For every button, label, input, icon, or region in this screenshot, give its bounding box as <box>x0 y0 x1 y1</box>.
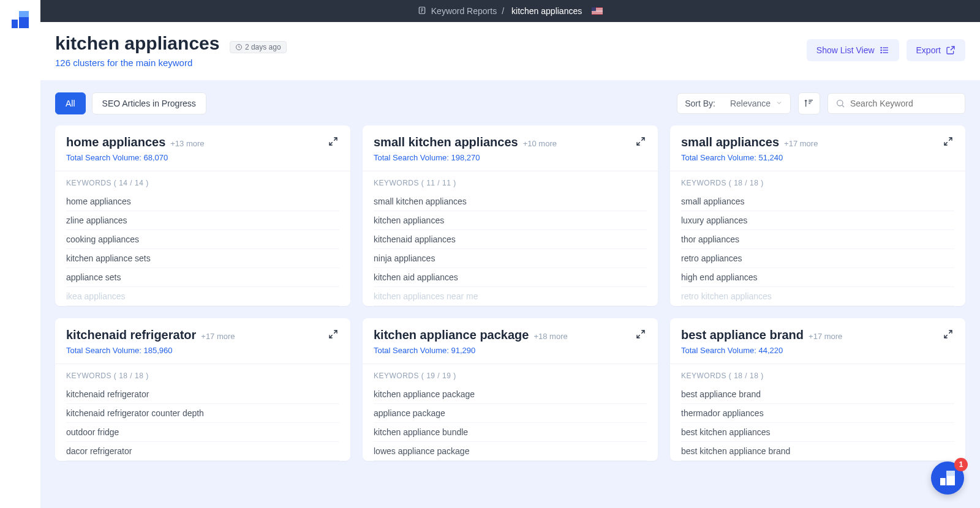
expand-icon <box>943 136 953 146</box>
expand-icon <box>328 136 338 146</box>
keyword-item[interactable]: kitchenaid refrigerator <box>66 385 339 404</box>
expand-button[interactable] <box>635 135 647 150</box>
keyword-item[interactable]: home appliances <box>66 192 339 211</box>
cluster-card: kitchen appliance package +18 more Total… <box>363 318 658 461</box>
keyword-item[interactable]: kitchen appliances <box>374 211 647 230</box>
keyword-item[interactable]: luxury appliances <box>681 211 954 230</box>
search-icon <box>835 99 845 108</box>
content-area: All SEO Articles in Progress Sort By: Re… <box>40 80 980 508</box>
keyword-item[interactable]: retro kitchen appliances <box>681 287 954 306</box>
export-button[interactable]: Export <box>907 39 965 61</box>
keyword-item[interactable]: retro appliances <box>681 249 954 268</box>
help-fab[interactable]: 1 <box>931 461 964 495</box>
clusters-count: 126 clusters for the main keyword <box>55 58 287 68</box>
keyword-item[interactable]: ninja appliances <box>374 249 647 268</box>
keyword-item[interactable]: kitchenaid refrigerator counter depth <box>66 404 339 423</box>
svg-point-12 <box>881 50 881 50</box>
svg-line-15 <box>842 105 844 107</box>
us-flag-icon <box>592 7 603 15</box>
keyword-item[interactable]: small kitchen appliances <box>374 192 647 211</box>
expand-icon <box>636 136 646 146</box>
keyword-item[interactable]: best kitchen appliances <box>681 423 954 442</box>
page-header: kitchen appliances 2 days ago 126 cluste… <box>40 22 980 80</box>
search-volume: Total Search Volume: 198,270 <box>374 153 557 162</box>
expand-icon <box>943 329 953 339</box>
cluster-card: small kitchen appliances +10 more Total … <box>363 125 658 306</box>
sort-by-label: Sort By: <box>685 99 715 108</box>
keyword-item[interactable]: dacor refrigerator <box>66 442 339 461</box>
sort-value: Relevance <box>730 99 771 108</box>
keyword-item[interactable]: appliance sets <box>66 268 339 287</box>
show-list-view-button[interactable]: Show List View <box>807 39 899 61</box>
app-logo-icon <box>12 11 29 28</box>
keyword-item[interactable]: kitchen appliance bundle <box>374 423 647 442</box>
card-title: home appliances <box>66 135 165 149</box>
export-icon <box>946 45 956 55</box>
search-box[interactable] <box>827 93 965 114</box>
list-icon <box>880 45 889 55</box>
keyword-item[interactable]: kitchen appliance package <box>374 385 647 404</box>
more-count: +18 more <box>533 332 567 341</box>
breadcrumb-section[interactable]: Keyword Reports <box>431 6 497 16</box>
report-icon <box>418 6 426 17</box>
cluster-card: small appliances +17 more Total Search V… <box>670 125 965 306</box>
search-volume: Total Search Volume: 91,290 <box>374 346 568 355</box>
tab-seo-progress[interactable]: SEO Articles in Progress <box>92 92 206 114</box>
cluster-card: home appliances +13 more Total Search Vo… <box>55 125 350 306</box>
card-title: small appliances <box>681 135 779 149</box>
search-volume: Total Search Volume: 44,220 <box>681 346 842 355</box>
card-title: best appliance brand <box>681 328 804 342</box>
page-title: kitchen appliances <box>55 33 219 54</box>
svg-point-13 <box>881 52 881 53</box>
expand-button[interactable] <box>327 135 339 150</box>
keyword-item[interactable]: best kitchen appliance brand <box>681 442 954 461</box>
keywords-count: KEYWORDS ( 18 / 18 ) <box>681 372 954 380</box>
expand-button[interactable] <box>327 328 339 343</box>
search-volume: Total Search Volume: 51,240 <box>681 153 818 162</box>
keyword-item[interactable]: lowes appliance package <box>374 442 647 461</box>
keyword-item[interactable]: kitchen appliance sets <box>66 249 339 268</box>
expand-icon <box>636 329 646 339</box>
keyword-item[interactable]: kitchenaid appliances <box>374 230 647 249</box>
more-count: +10 more <box>523 139 557 148</box>
keyword-item[interactable]: best appliance brand <box>681 385 954 404</box>
sort-control[interactable]: Sort By: Relevance <box>677 93 791 114</box>
more-count: +17 more <box>784 139 818 148</box>
card-title: small kitchen appliances <box>374 135 518 149</box>
expand-button[interactable] <box>635 328 647 343</box>
keyword-item[interactable]: appliance package <box>374 404 647 423</box>
keyword-item[interactable]: thor appliances <box>681 230 954 249</box>
keyword-item[interactable]: small appliances <box>681 192 954 211</box>
cluster-card: best appliance brand +17 more Total Sear… <box>670 318 965 461</box>
svg-point-11 <box>881 47 881 48</box>
keywords-count: KEYWORDS ( 14 / 14 ) <box>66 179 339 187</box>
sidebar-logo[interactable] <box>0 0 40 508</box>
svg-rect-18 <box>946 471 955 476</box>
keyword-item[interactable]: outdoor fridge <box>66 423 339 442</box>
svg-rect-0 <box>12 20 18 28</box>
time-ago-badge: 2 days ago <box>230 41 287 53</box>
clock-icon <box>235 43 243 51</box>
keyword-item[interactable]: thermador appliances <box>681 404 954 423</box>
sort-direction-button[interactable] <box>798 92 820 114</box>
notification-badge: 1 <box>954 458 968 471</box>
search-input[interactable] <box>850 99 957 108</box>
keyword-item[interactable]: ikea appliances <box>66 287 339 306</box>
chevron-down-icon <box>775 99 783 108</box>
tab-all[interactable]: All <box>55 92 86 114</box>
svg-point-14 <box>837 100 843 106</box>
card-title: kitchenaid refrigerator <box>66 328 196 342</box>
keyword-item[interactable]: kitchen aid appliances <box>374 268 647 287</box>
keywords-count: KEYWORDS ( 18 / 18 ) <box>681 179 954 187</box>
keyword-item[interactable]: cooking appliances <box>66 230 339 249</box>
keyword-item[interactable]: zline appliances <box>66 211 339 230</box>
keyword-item[interactable]: high end appliances <box>681 268 954 287</box>
app-logo-icon <box>940 471 955 485</box>
keyword-item[interactable]: kitchen appliances near me <box>374 287 647 306</box>
keywords-count: KEYWORDS ( 19 / 19 ) <box>374 372 647 380</box>
expand-button[interactable] <box>942 328 954 343</box>
svg-rect-16 <box>940 478 946 485</box>
expand-button[interactable] <box>942 135 954 150</box>
more-count: +17 more <box>809 332 842 341</box>
more-count: +13 more <box>170 139 204 148</box>
